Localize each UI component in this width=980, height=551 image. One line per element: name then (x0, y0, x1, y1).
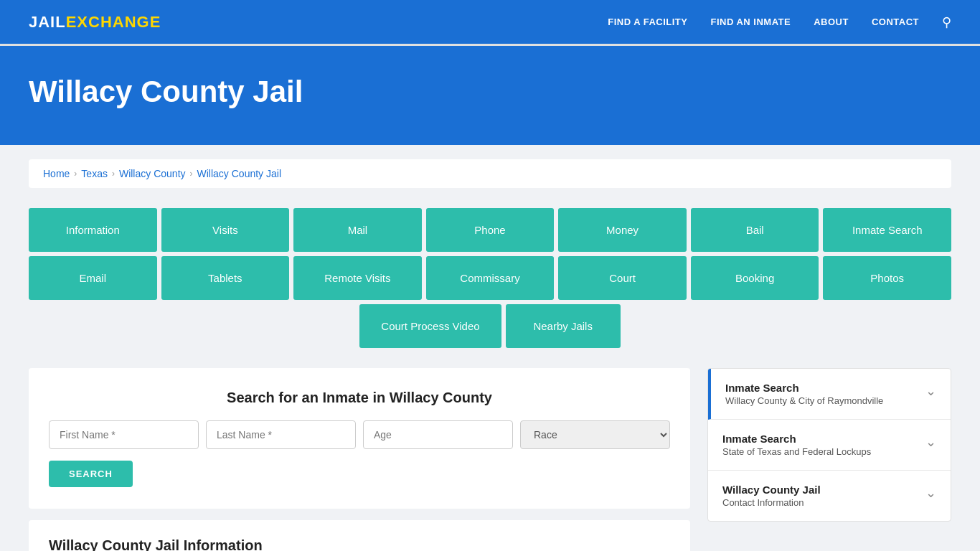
breadcrumb-current: Willacy County Jail (197, 168, 281, 179)
logo[interactable]: JAIL EXCHANGE (29, 13, 161, 32)
sep-3: › (190, 169, 193, 179)
first-name-input[interactable] (49, 420, 199, 449)
nav-links: FIND A FACILITY FIND AN INMATE ABOUT CON… (608, 14, 951, 30)
search-button[interactable]: SEARCH (49, 461, 133, 487)
search-icon[interactable]: ⚲ (942, 14, 951, 30)
sidebar-item-contact-title: Willacy County Jail (722, 484, 821, 496)
search-box: Search for an Inmate in Willacy County R… (29, 368, 690, 509)
btn-money[interactable]: Money (558, 208, 687, 252)
sidebar-item-texas-sub: State of Texas and Federal Lockups (722, 446, 871, 457)
search-fields: Race White Black Hispanic Asian Other (49, 420, 670, 449)
btn-nearby-jails[interactable]: Nearby Jails (506, 304, 621, 348)
btn-commissary[interactable]: Commissary (426, 256, 555, 300)
sep-1: › (74, 169, 77, 179)
logo-exchange: EXCHANGE (66, 13, 161, 32)
btn-bail[interactable]: Bail (691, 208, 819, 252)
btn-visits[interactable]: Visits (161, 208, 290, 252)
last-name-input[interactable] (206, 420, 356, 449)
grid-row-3: Court Process Video Nearby Jails (29, 304, 951, 348)
btn-tablets[interactable]: Tablets (161, 256, 290, 300)
page-title: Willacy County Jail (29, 75, 951, 109)
logo-jail: JAIL (29, 13, 66, 32)
race-select[interactable]: Race White Black Hispanic Asian Other (520, 420, 670, 449)
chevron-down-icon-2: ⌄ (925, 434, 936, 450)
btn-remote-visits[interactable]: Remote Visits (293, 256, 422, 300)
breadcrumb-texas[interactable]: Texas (81, 168, 108, 179)
nav-find-facility[interactable]: FIND A FACILITY (608, 17, 687, 27)
sep-2: › (112, 169, 115, 179)
sidebar-card: Inmate Search Willacy County & City of R… (707, 368, 951, 522)
main-layout: Search for an Inmate in Willacy County R… (29, 368, 951, 551)
left-column: Search for an Inmate in Willacy County R… (29, 368, 690, 551)
hero-section: Willacy County Jail (0, 46, 980, 145)
info-section: Willacy County Jail Information (29, 520, 690, 551)
nav-about[interactable]: ABOUT (814, 17, 849, 27)
sidebar-item-willacy[interactable]: Inmate Search Willacy County & City of R… (708, 369, 951, 420)
sidebar-item-willacy-title: Inmate Search (725, 382, 883, 394)
btn-booking[interactable]: Booking (691, 256, 819, 300)
btn-mail[interactable]: Mail (293, 208, 422, 252)
sidebar-item-contact-sub: Contact Information (722, 497, 821, 508)
chevron-down-icon-3: ⌄ (925, 485, 936, 501)
btn-court-process-video[interactable]: Court Process Video (359, 304, 501, 348)
search-title: Search for an Inmate in Willacy County (49, 390, 670, 406)
grid-row-2: Email Tablets Remote Visits Commissary C… (29, 256, 951, 300)
grid-row-1: Information Visits Mail Phone Money Bail… (29, 208, 951, 252)
chevron-down-icon: ⌄ (925, 383, 936, 399)
breadcrumb: Home › Texas › Willacy County › Willacy … (29, 159, 951, 188)
btn-information[interactable]: Information (29, 208, 157, 252)
breadcrumb-willacy-county[interactable]: Willacy County (119, 168, 186, 179)
sidebar: Inmate Search Willacy County & City of R… (707, 368, 951, 522)
info-title: Willacy County Jail Information (49, 537, 670, 551)
sidebar-item-willacy-sub: Willacy County & City of Raymondville (725, 395, 883, 406)
btn-photos[interactable]: Photos (823, 256, 951, 300)
sidebar-item-texas-title: Inmate Search (722, 433, 871, 445)
nav-find-inmate[interactable]: FIND AN INMATE (710, 17, 791, 27)
btn-court[interactable]: Court (558, 256, 687, 300)
nav-contact[interactable]: CONTACT (872, 17, 919, 27)
breadcrumb-home[interactable]: Home (43, 168, 70, 179)
sidebar-item-texas[interactable]: Inmate Search State of Texas and Federal… (708, 420, 951, 471)
navbar: JAIL EXCHANGE FIND A FACILITY FIND AN IN… (0, 0, 980, 46)
content-area: Home › Texas › Willacy County › Willacy … (0, 145, 980, 551)
btn-inmate-search[interactable]: Inmate Search (823, 208, 951, 252)
btn-email[interactable]: Email (29, 256, 157, 300)
sidebar-item-contact[interactable]: Willacy County Jail Contact Information … (708, 471, 951, 521)
age-input[interactable] (363, 420, 513, 449)
btn-phone[interactable]: Phone (426, 208, 555, 252)
